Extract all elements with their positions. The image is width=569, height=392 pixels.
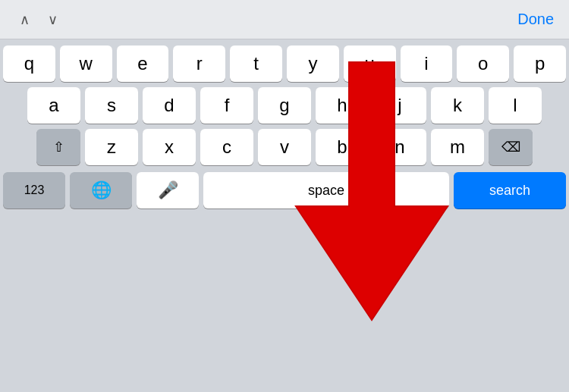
- key-a[interactable]: a: [27, 87, 80, 124]
- key-r[interactable]: r: [173, 45, 225, 82]
- key-j[interactable]: j: [373, 87, 426, 124]
- space-key[interactable]: space: [203, 172, 449, 209]
- key-v[interactable]: v: [258, 129, 311, 165]
- key-f[interactable]: f: [200, 87, 253, 124]
- key-row-2: a s d f g h j k l: [3, 87, 566, 124]
- toolbar-nav: ∧ ∨: [15, 10, 62, 30]
- key-e[interactable]: e: [117, 45, 169, 82]
- globe-key[interactable]: 🌐: [70, 172, 132, 209]
- down-arrow-button[interactable]: ∨: [43, 10, 62, 30]
- keyboard: q w e r t y u i o p a s d f g h j k l ⇧ …: [0, 39, 569, 392]
- key-b[interactable]: b: [316, 129, 369, 165]
- key-s[interactable]: s: [85, 87, 138, 124]
- key-h[interactable]: h: [316, 87, 369, 124]
- backspace-key[interactable]: ⌫: [489, 129, 533, 165]
- up-arrow-button[interactable]: ∧: [15, 10, 34, 30]
- bottom-row: 123 🌐 🎤 space search: [3, 172, 566, 209]
- key-row-3: ⇧ z x c v b n m ⌫: [3, 129, 566, 165]
- key-y[interactable]: y: [287, 45, 339, 82]
- search-key[interactable]: search: [454, 172, 566, 209]
- key-u[interactable]: u: [344, 45, 396, 82]
- key-i[interactable]: i: [401, 45, 453, 82]
- key-z[interactable]: z: [85, 129, 138, 165]
- microphone-key[interactable]: 🎤: [137, 172, 199, 209]
- done-button[interactable]: Done: [517, 11, 554, 28]
- key-w[interactable]: w: [60, 45, 112, 82]
- key-d[interactable]: d: [143, 87, 196, 124]
- key-p[interactable]: p: [514, 45, 566, 82]
- shift-key[interactable]: ⇧: [36, 129, 80, 165]
- key-o[interactable]: o: [457, 45, 509, 82]
- key-g[interactable]: g: [258, 87, 311, 124]
- key-c[interactable]: c: [200, 129, 253, 165]
- key-l[interactable]: l: [489, 87, 542, 124]
- key-row-1: q w e r t y u i o p: [3, 45, 566, 82]
- key-q[interactable]: q: [3, 45, 55, 82]
- key-t[interactable]: t: [230, 45, 282, 82]
- key-m[interactable]: m: [431, 129, 484, 165]
- key-n[interactable]: n: [373, 129, 426, 165]
- key-k[interactable]: k: [431, 87, 484, 124]
- key-x[interactable]: x: [143, 129, 196, 165]
- numbers-key[interactable]: 123: [3, 172, 65, 209]
- toolbar: ∧ ∨ Done: [0, 0, 569, 39]
